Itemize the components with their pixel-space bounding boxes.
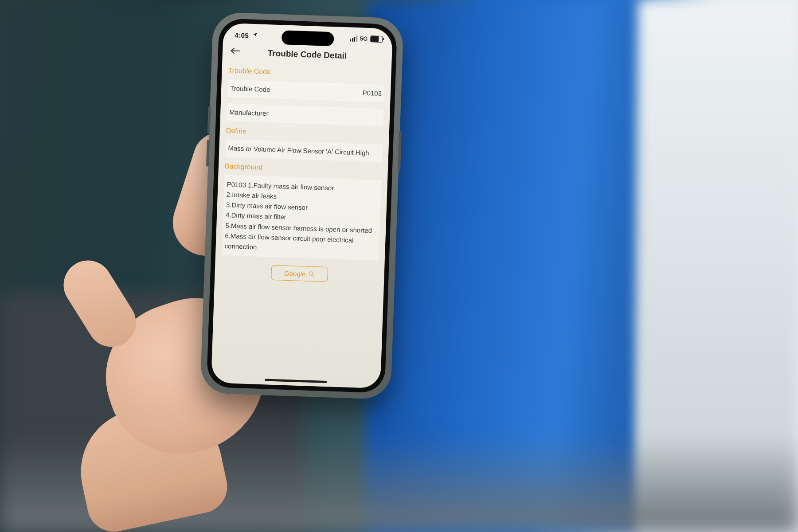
trouble-code-label: Trouble Code (230, 84, 270, 94)
section-header-trouble-code: Trouble Code (228, 66, 385, 81)
trouble-code-value: P0103 (362, 88, 382, 98)
location-icon (252, 32, 258, 39)
manufacturer-label: Manufacturer (229, 108, 269, 118)
section-header-background: Background (225, 161, 382, 176)
background-text: P0103 1.Faulty mass air flow sensor 2.In… (222, 174, 381, 261)
phone-bezel: 4:05 5G Trouble Code Detail (207, 18, 398, 393)
section-header-define: Define (226, 126, 383, 141)
search-icon (308, 270, 315, 278)
home-indicator[interactable] (265, 379, 327, 383)
status-time: 4:05 (235, 31, 249, 39)
phone-screen: 4:05 5G Trouble Code Detail (211, 23, 393, 389)
back-button[interactable] (229, 46, 243, 57)
svg-line-1 (312, 275, 314, 277)
svg-point-0 (309, 272, 313, 275)
phone: 4:05 5G Trouble Code Detail (207, 18, 398, 393)
network-label: 5G (360, 35, 368, 42)
google-button[interactable]: Google (271, 265, 328, 282)
bg-floor (0, 436, 798, 532)
content[interactable]: Trouble Code Trouble Code P0103 Manufact… (211, 61, 391, 380)
photo-scene: 4:05 5G Trouble Code Detail (0, 0, 798, 532)
define-text: Mass or Volume Air Flow Sensor 'A' Circu… (225, 139, 383, 163)
google-button-label: Google (284, 269, 306, 278)
battery-icon (370, 35, 383, 43)
signal-icon (350, 35, 357, 42)
status-right: 5G (350, 35, 383, 43)
manufacturer-value (381, 113, 381, 122)
